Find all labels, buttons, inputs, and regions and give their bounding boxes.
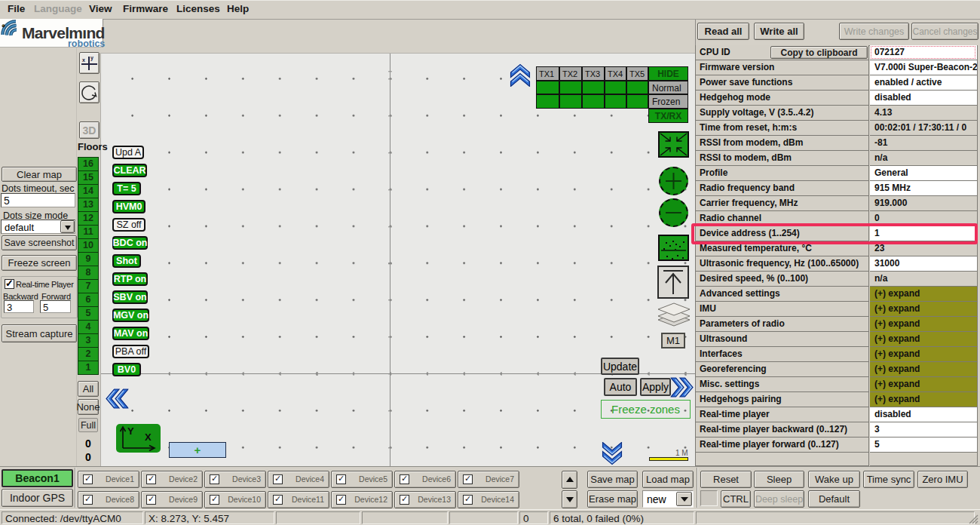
svg-text:x: x [82, 57, 85, 63]
svg-text:Y: Y [127, 425, 134, 437]
svg-text:X: X [145, 431, 152, 443]
svg-text:y: y [90, 55, 93, 61]
